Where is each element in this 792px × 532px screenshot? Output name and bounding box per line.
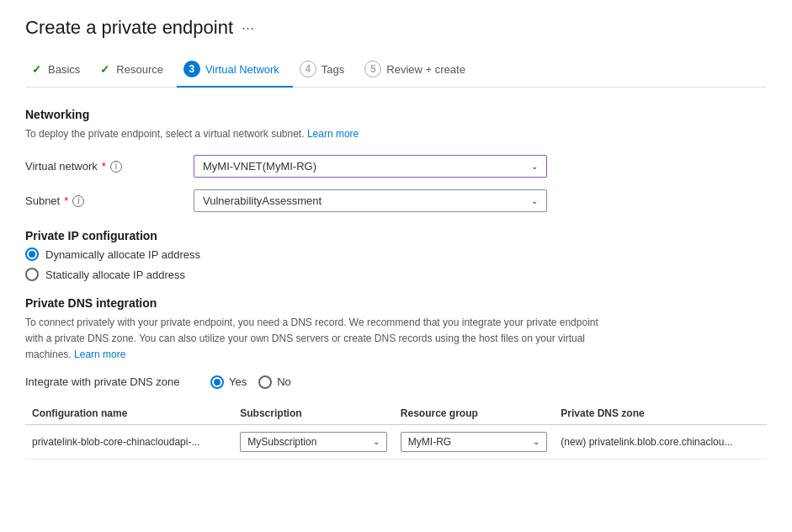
networking-title: Networking bbox=[25, 108, 767, 121]
static-ip-label: Statically allocate IP address bbox=[45, 269, 185, 281]
dns-no-label: No bbox=[277, 375, 291, 388]
networking-learn-more[interactable]: Learn more bbox=[307, 128, 359, 140]
subnet-dropdown[interactable]: VulnerabilityAssessment ⌄ bbox=[194, 189, 547, 212]
dns-subscription-cell: MySubscription ⌄ bbox=[233, 424, 394, 459]
dynamic-ip-radio[interactable] bbox=[25, 247, 39, 261]
private-ip-section: Private IP configuration Dynamically all… bbox=[25, 229, 767, 281]
dns-yes-option[interactable]: Yes bbox=[210, 375, 247, 389]
virtual-network-label: Virtual Network bbox=[205, 63, 279, 76]
private-ip-radio-group: Dynamically allocate IP address Statical… bbox=[25, 247, 767, 281]
wizard-step-basics[interactable]: ✓ Basics bbox=[25, 56, 93, 86]
subnet-row: Subnet * i VulnerabilityAssessment ⌄ bbox=[25, 189, 767, 212]
col-private-dns-zone: Private DNS zone bbox=[554, 402, 767, 425]
dns-toggle-group: Yes No bbox=[210, 375, 291, 389]
col-config-name: Configuration name bbox=[25, 402, 233, 425]
integrate-dns-label: Integrate with private DNS zone bbox=[25, 375, 194, 388]
virtual-network-info-icon[interactable]: i bbox=[110, 161, 122, 173]
review-num: 5 bbox=[364, 61, 381, 77]
subnet-value: VulnerabilityAssessment bbox=[203, 194, 322, 207]
static-ip-radio[interactable] bbox=[25, 268, 39, 281]
dns-table: Configuration name Subscription Resource… bbox=[25, 402, 767, 460]
page-title-container: Create a private endpoint ··· bbox=[25, 17, 767, 39]
review-label: Review + create bbox=[386, 63, 465, 76]
private-dns-section: Private DNS integration To connect priva… bbox=[25, 296, 767, 460]
dns-no-radio[interactable] bbox=[258, 375, 272, 389]
dynamic-ip-option[interactable]: Dynamically allocate IP address bbox=[25, 247, 767, 261]
subnet-required: * bbox=[64, 194, 68, 207]
virtual-network-required: * bbox=[102, 160, 106, 173]
dns-subscription-dropdown[interactable]: MySubscription ⌄ bbox=[240, 432, 387, 452]
resource-label: Resource bbox=[116, 63, 163, 76]
subnet-info-icon[interactable]: i bbox=[72, 195, 84, 207]
dns-no-option[interactable]: No bbox=[258, 375, 291, 389]
dns-table-row: privatelink-blob-core-chinacloudapi-... … bbox=[25, 424, 767, 459]
basics-checkmark: ✓ bbox=[32, 63, 41, 76]
basics-label: Basics bbox=[48, 63, 80, 76]
dns-yes-label: Yes bbox=[229, 375, 247, 388]
dns-subscription-arrow: ⌄ bbox=[373, 437, 380, 446]
networking-desc: To deploy the private endpoint, select a… bbox=[25, 126, 767, 141]
dns-yes-radio[interactable] bbox=[210, 375, 224, 389]
dns-config-name: privatelink-blob-core-chinacloudapi-... bbox=[25, 424, 233, 459]
virtual-network-field-label: Virtual network bbox=[25, 160, 98, 173]
tags-label: Tags bbox=[322, 63, 344, 76]
dynamic-ip-label: Dynamically allocate IP address bbox=[45, 248, 200, 261]
dns-subscription-value: MySubscription bbox=[247, 436, 316, 448]
col-resource-group: Resource group bbox=[394, 402, 555, 425]
page-title: Create a private endpoint bbox=[25, 17, 233, 39]
dns-private-dns-zone: (new) privatelink.blob.core.chinaclou... bbox=[554, 424, 767, 459]
dns-resource-group-dropdown[interactable]: MyMI-RG ⌄ bbox=[401, 432, 548, 452]
integrate-dns-row: Integrate with private DNS zone Yes No bbox=[25, 375, 767, 389]
dns-learn-more[interactable]: Learn more bbox=[74, 348, 125, 360]
resource-checkmark: ✓ bbox=[100, 63, 109, 76]
wizard-step-tags[interactable]: 4 Tags bbox=[293, 54, 358, 88]
virtual-network-value: MyMI-VNET(MyMI-RG) bbox=[203, 160, 316, 173]
wizard-nav: ✓ Basics ✓ Resource 3 Virtual Network 4 … bbox=[25, 54, 767, 88]
wizard-step-virtual-network[interactable]: 3 Virtual Network bbox=[177, 54, 293, 88]
dns-resource-group-cell: MyMI-RG ⌄ bbox=[394, 424, 555, 459]
virtual-network-dropdown-arrow: ⌄ bbox=[531, 162, 538, 171]
virtual-network-num: 3 bbox=[183, 61, 200, 77]
virtual-network-label-container: Virtual network * i bbox=[25, 160, 194, 173]
page-title-menu[interactable]: ··· bbox=[242, 19, 254, 37]
virtual-network-dropdown[interactable]: MyMI-VNET(MyMI-RG) ⌄ bbox=[194, 155, 547, 178]
private-ip-title: Private IP configuration bbox=[25, 229, 767, 242]
tags-num: 4 bbox=[300, 61, 316, 77]
dns-resource-group-value: MyMI-RG bbox=[408, 436, 451, 448]
virtual-network-row: Virtual network * i MyMI-VNET(MyMI-RG) ⌄ bbox=[25, 155, 767, 178]
static-ip-option[interactable]: Statically allocate IP address bbox=[25, 268, 767, 281]
subnet-field-label: Subnet bbox=[25, 194, 60, 207]
dns-resource-group-arrow: ⌄ bbox=[533, 437, 540, 446]
private-dns-desc: To connect privately with your private e… bbox=[25, 315, 614, 364]
subnet-dropdown-arrow: ⌄ bbox=[531, 196, 538, 205]
col-subscription: Subscription bbox=[233, 402, 394, 425]
subnet-label-container: Subnet * i bbox=[25, 194, 194, 207]
networking-section: Networking To deploy the private endpoin… bbox=[25, 108, 767, 212]
wizard-step-review[interactable]: 5 Review + create bbox=[358, 54, 479, 88]
wizard-step-resource[interactable]: ✓ Resource bbox=[93, 56, 177, 86]
private-dns-title: Private DNS integration bbox=[25, 296, 767, 310]
